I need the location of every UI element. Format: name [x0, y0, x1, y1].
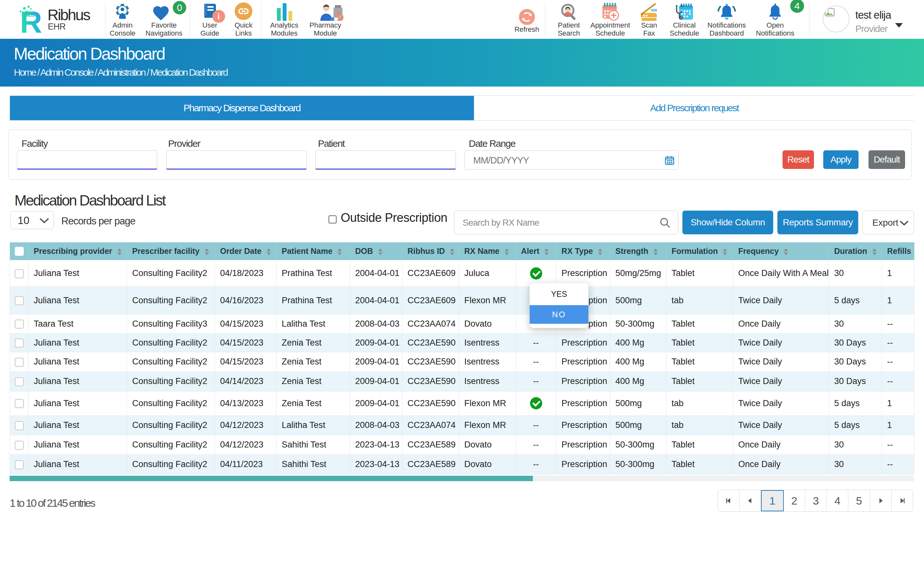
svg-text:BHUS: BHUS: [23, 13, 34, 18]
